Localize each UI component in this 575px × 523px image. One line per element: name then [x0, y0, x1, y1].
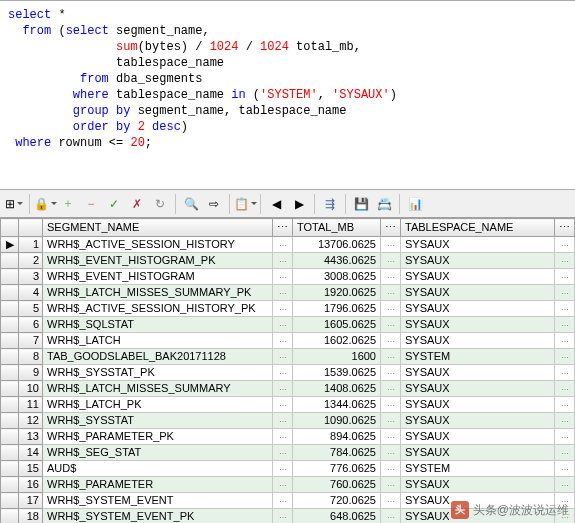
cell-expand-icon[interactable]: ⋯ [273, 285, 293, 301]
cell-tablespace-name[interactable]: SYSAUX [401, 413, 555, 429]
header-totalmb[interactable]: TOTAL_MB [293, 219, 381, 237]
cell-tablespace-name[interactable]: SYSAUX [401, 269, 555, 285]
table-row[interactable]: 3WRH$_EVENT_HISTOGRAM⋯3008.0625⋯SYSAUX⋯ [1, 269, 575, 285]
header-segment[interactable]: SEGMENT_NAME [43, 219, 273, 237]
cell-tablespace-name[interactable]: SYSAUX [401, 237, 555, 253]
cell-expand-icon[interactable]: ⋯ [381, 253, 401, 269]
table-row[interactable]: 2WRH$_EVENT_HISTOGRAM_PK⋯4436.0625⋯SYSAU… [1, 253, 575, 269]
cell-total-mb[interactable]: 776.0625 [293, 461, 381, 477]
lock-icon[interactable]: 🔒 [35, 194, 55, 214]
cell-segment-name[interactable]: WRH$_PARAMETER [43, 477, 273, 493]
cell-expand-icon[interactable]: ⋯ [555, 397, 575, 413]
find-icon[interactable]: 🔍 [181, 194, 201, 214]
prev-icon[interactable]: ◀ [266, 194, 286, 214]
cell-expand-icon[interactable]: ⋯ [555, 301, 575, 317]
cell-segment-name[interactable]: WRH$_ACTIVE_SESSION_HISTORY [43, 237, 273, 253]
table-row[interactable]: 6WRH$_SQLSTAT⋯1605.0625⋯SYSAUX⋯ [1, 317, 575, 333]
cell-total-mb[interactable]: 1796.0625 [293, 301, 381, 317]
cell-expand-icon[interactable]: ⋯ [273, 493, 293, 509]
cell-expand-icon[interactable]: ⋯ [555, 365, 575, 381]
cell-segment-name[interactable]: WRH$_EVENT_HISTOGRAM [43, 269, 273, 285]
cell-segment-name[interactable]: WRH$_SQLSTAT [43, 317, 273, 333]
cell-expand-icon[interactable]: ⋯ [555, 269, 575, 285]
header-tablespace[interactable]: TABLESPACE_NAME [401, 219, 555, 237]
cell-total-mb[interactable]: 1090.0625 [293, 413, 381, 429]
cell-expand-icon[interactable]: ⋯ [381, 381, 401, 397]
save-icon[interactable]: 💾 [351, 194, 371, 214]
table-row[interactable]: 4WRH$_LATCH_MISSES_SUMMARY_PK⋯1920.0625⋯… [1, 285, 575, 301]
cell-expand-icon[interactable]: ⋯ [273, 397, 293, 413]
export-icon[interactable]: 📇 [374, 194, 394, 214]
cell-expand-icon[interactable]: ⋯ [555, 429, 575, 445]
cell-expand-icon[interactable]: ⋯ [273, 365, 293, 381]
table-row[interactable]: 12WRH$_SYSSTAT⋯1090.0625⋯SYSAUX⋯ [1, 413, 575, 429]
cell-segment-name[interactable]: WRH$_SYSSTAT [43, 413, 273, 429]
cell-total-mb[interactable]: 13706.0625 [293, 237, 381, 253]
table-row[interactable]: 16WRH$_PARAMETER⋯760.0625⋯SYSAUX⋯ [1, 477, 575, 493]
chart-icon[interactable]: 📊 [405, 194, 425, 214]
cell-segment-name[interactable]: AUD$ [43, 461, 273, 477]
cell-segment-name[interactable]: WRH$_LATCH [43, 333, 273, 349]
cell-total-mb[interactable]: 894.0625 [293, 429, 381, 445]
cell-expand-icon[interactable]: ⋯ [273, 301, 293, 317]
cell-total-mb[interactable]: 1408.0625 [293, 381, 381, 397]
cell-expand-icon[interactable]: ⋯ [273, 461, 293, 477]
cell-expand-icon[interactable]: ⋯ [381, 365, 401, 381]
sql-editor[interactable]: select * from (select segment_name, sum(… [0, 0, 575, 190]
cell-expand-icon[interactable]: ⋯ [381, 429, 401, 445]
cell-total-mb[interactable]: 1600 [293, 349, 381, 365]
cell-expand-icon[interactable]: ⋯ [381, 509, 401, 524]
cell-total-mb[interactable]: 1920.0625 [293, 285, 381, 301]
cell-expand-icon[interactable]: ⋯ [555, 381, 575, 397]
table-row[interactable]: 10WRH$_LATCH_MISSES_SUMMARY⋯1408.0625⋯SY… [1, 381, 575, 397]
goto-icon[interactable]: ⇨ [204, 194, 224, 214]
table-row[interactable]: 9WRH$_SYSSTAT_PK⋯1539.0625⋯SYSAUX⋯ [1, 365, 575, 381]
cell-segment-name[interactable]: WRH$_SEG_STAT [43, 445, 273, 461]
cell-expand-icon[interactable]: ⋯ [273, 445, 293, 461]
table-row[interactable]: 18WRH$_SYSTEM_EVENT_PK⋯648.0625⋯SYSAUX⋯ [1, 509, 575, 524]
cell-total-mb[interactable]: 3008.0625 [293, 269, 381, 285]
grid-layout-icon[interactable]: ⊞ [4, 194, 24, 214]
cell-total-mb[interactable]: 1605.0625 [293, 317, 381, 333]
cell-tablespace-name[interactable]: SYSAUX [401, 429, 555, 445]
table-row[interactable]: 17WRH$_SYSTEM_EVENT⋯720.0625⋯SYSAUX⋯ [1, 493, 575, 509]
cell-tablespace-name[interactable]: SYSAUX [401, 365, 555, 381]
cell-expand-icon[interactable]: ⋯ [273, 317, 293, 333]
cell-expand-icon[interactable]: ⋯ [381, 237, 401, 253]
cell-total-mb[interactable]: 760.0625 [293, 477, 381, 493]
cell-total-mb[interactable]: 648.0625 [293, 509, 381, 524]
cell-expand-icon[interactable]: ⋯ [273, 381, 293, 397]
cell-segment-name[interactable]: WRH$_SYSTEM_EVENT [43, 493, 273, 509]
table-row[interactable]: 7WRH$_LATCH⋯1602.0625⋯SYSAUX⋯ [1, 333, 575, 349]
cell-expand-icon[interactable]: ⋯ [381, 397, 401, 413]
cell-expand-icon[interactable]: ⋯ [273, 477, 293, 493]
fetch-all-icon[interactable]: ⇶ [320, 194, 340, 214]
cell-expand-icon[interactable]: ⋯ [381, 301, 401, 317]
cell-expand-icon[interactable]: ⋯ [381, 493, 401, 509]
cell-total-mb[interactable]: 720.0625 [293, 493, 381, 509]
next-icon[interactable]: ▶ [289, 194, 309, 214]
cell-total-mb[interactable]: 1539.0625 [293, 365, 381, 381]
cell-expand-icon[interactable]: ⋯ [555, 509, 575, 524]
cell-segment-name[interactable]: WRH$_PARAMETER_PK [43, 429, 273, 445]
cell-expand-icon[interactable]: ⋯ [555, 477, 575, 493]
cell-segment-name[interactable]: WRH$_ACTIVE_SESSION_HISTORY_PK [43, 301, 273, 317]
cell-expand-icon[interactable]: ⋯ [555, 237, 575, 253]
table-row[interactable]: 8TAB_GOODSLABEL_BAK20171128⋯1600⋯SYSTEM⋯ [1, 349, 575, 365]
cell-segment-name[interactable]: TAB_GOODSLABEL_BAK20171128 [43, 349, 273, 365]
cell-expand-icon[interactable]: ⋯ [273, 509, 293, 524]
cell-tablespace-name[interactable]: SYSAUX [401, 445, 555, 461]
cell-expand-icon[interactable]: ⋯ [555, 333, 575, 349]
cell-expand-icon[interactable]: ⋯ [273, 413, 293, 429]
cell-expand-icon[interactable]: ⋯ [381, 445, 401, 461]
cell-tablespace-name[interactable]: SYSAUX [401, 477, 555, 493]
result-grid[interactable]: SEGMENT_NAME ⋯ TOTAL_MB ⋯ TABLESPACE_NAM… [0, 218, 575, 523]
cell-expand-icon[interactable]: ⋯ [381, 285, 401, 301]
cell-tablespace-name[interactable]: SYSAUX [401, 317, 555, 333]
cell-expand-icon[interactable]: ⋯ [555, 445, 575, 461]
cell-total-mb[interactable]: 784.0625 [293, 445, 381, 461]
cell-expand-icon[interactable]: ⋯ [555, 349, 575, 365]
cell-tablespace-name[interactable]: SYSAUX [401, 253, 555, 269]
cell-expand-icon[interactable]: ⋯ [555, 461, 575, 477]
cell-tablespace-name[interactable]: SYSAUX [401, 381, 555, 397]
